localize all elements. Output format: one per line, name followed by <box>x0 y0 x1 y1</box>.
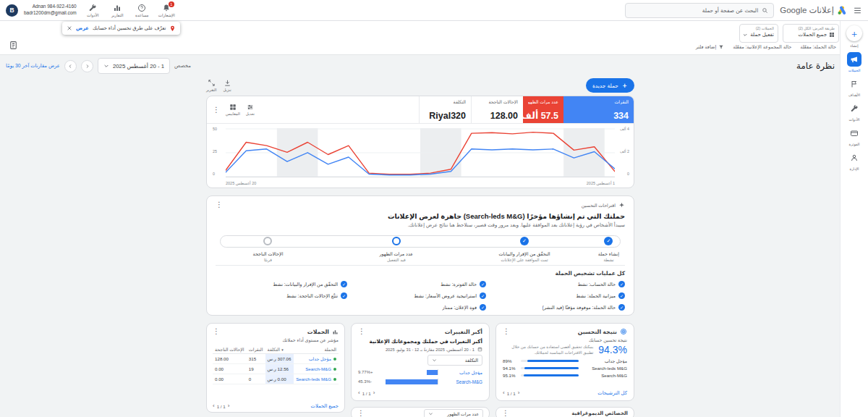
prev-page-button[interactable]: ‹ <box>358 390 360 396</box>
admin-icon <box>847 151 861 165</box>
column-header[interactable]: الإحالات الناجحة <box>213 345 247 354</box>
metric-label: عدد مرات الظهور <box>528 99 558 104</box>
prev-page-button[interactable]: ‹ <box>213 403 215 409</box>
campaign-link[interactable]: Search-leds M&G <box>296 376 331 382</box>
promo-view-link[interactable]: عرض <box>76 25 89 31</box>
topbar-icon-label: الأدوات <box>87 13 98 17</box>
chevron-down-icon <box>103 63 109 69</box>
metric-select[interactable]: عدد مرات الظهور <box>424 409 483 417</box>
metric-select[interactable]: التكلفة <box>427 355 482 366</box>
campaign-link[interactable]: مؤجل جداب <box>442 370 482 375</box>
recommendations-header: اقتراحات التحسين <box>582 203 616 208</box>
check-icon: ✓ <box>341 281 347 287</box>
column-header[interactable]: النقرات <box>247 345 265 354</box>
account-info[interactable]: Adnan 984-922-4160 badr1200dm@gmail.com <box>24 4 77 17</box>
diagnostic-item[interactable]: ✓حالة الحملة: موقوفة مؤقتًا (قيد النشر) <box>493 304 625 311</box>
kebab-menu-icon[interactable]: ⋮ <box>213 328 220 335</box>
metric-box[interactable]: الإحالات الناجحة128.00 <box>471 96 523 123</box>
column-header[interactable]: ▼ التكلفة <box>265 345 294 354</box>
diagnostic-item[interactable]: ✓استراتيجية عروض الأسعار: نشط <box>354 292 486 299</box>
step-circle-icon <box>392 237 401 245</box>
download-button[interactable]: تنزيل <box>223 79 231 92</box>
add-filter-button[interactable]: إضافة فلتر <box>696 44 725 50</box>
notification-badge: 1 <box>169 1 174 7</box>
stepper-track <box>220 235 621 248</box>
promo-tooltip: تعرّف على طرق تحسين أداء حسابك عرض <box>62 22 180 35</box>
all-campaigns-link[interactable]: جميع الحملات <box>311 403 339 409</box>
topbar-tools-button[interactable]: الأدوات <box>82 4 103 17</box>
metric-box[interactable]: عدد مرات الظهور57.5 ألف <box>523 96 563 123</box>
all-recommendations-link[interactable]: كل الترشيحات <box>597 390 627 396</box>
gridview-button[interactable]: المقاييس <box>226 104 240 116</box>
metric-box[interactable]: النقرات334 <box>563 96 634 123</box>
kebab-menu-icon[interactable]: ⋮ <box>357 410 365 417</box>
new-campaign-button[interactable]: ＋ حملة جديدة <box>586 78 634 93</box>
campaign-label[interactable]: مؤجل جداب <box>582 358 627 363</box>
change-row: Search-M&G45.3%- <box>358 379 482 384</box>
column-header[interactable]: الحملة <box>294 345 339 354</box>
score-row: مؤجل جداب89% <box>503 358 627 363</box>
nav-item-billing[interactable]: الفوترة <box>841 126 868 146</box>
saved-reports-icon[interactable] <box>9 41 18 50</box>
kebab-menu-icon[interactable]: ⋮ <box>502 410 509 417</box>
pin-icon <box>169 25 176 32</box>
changes-heading: أكبر التغيرات في حملتك ومجموعاتك الإعلان… <box>358 338 482 345</box>
kebab-menu-icon[interactable]: ⋮ <box>503 328 510 335</box>
diagnostic-item[interactable]: ✓ميزانية الحملة: نشط <box>493 292 625 299</box>
view-selector-label: طريقة العرض: الكل (2) <box>787 26 835 30</box>
campaign-label[interactable]: Search-leds M&G <box>582 366 627 371</box>
diagnostic-item[interactable]: ✓قوة الإعلان: ممتاز <box>354 304 486 311</box>
campaign-label[interactable]: Search-M&G <box>582 373 627 378</box>
top-app-bar: إعلانات Google البحث عن صفحة أو حملة الإ… <box>0 0 868 21</box>
nav-item-label: الأدوات <box>849 117 860 122</box>
campaign-link[interactable]: Search-M&G <box>305 366 331 371</box>
next-page-button[interactable]: › <box>228 403 230 409</box>
diagnostic-item[interactable]: ✓حالة الحساب: نشط <box>493 281 625 287</box>
date-prev-button[interactable] <box>64 60 77 72</box>
filter-chip-adgroup-status[interactable]: حالة المجموعة الإعلانية: مفعّلة <box>733 44 791 50</box>
create-button[interactable]: ＋ <box>846 25 862 41</box>
nav-item-flag[interactable]: الأهداف <box>841 77 868 97</box>
nav-item-megaphone[interactable]: الحملات <box>841 52 868 72</box>
kebab-menu-icon[interactable]: ⋮ <box>358 328 365 335</box>
check-icon: ✓ <box>341 292 347 299</box>
score-bar <box>521 367 579 369</box>
topbar-report-button[interactable]: التقارير <box>107 4 128 17</box>
kebab-menu-icon[interactable]: ⋮ <box>216 201 223 208</box>
sliders-button[interactable]: تعديل <box>246 104 255 116</box>
close-icon[interactable] <box>67 25 72 31</box>
topbar-help-button[interactable]: مساعدة <box>132 4 153 17</box>
diagnostics-title[interactable]: كل عمليات تشخيص الحملة <box>216 270 625 277</box>
date-next-button[interactable] <box>81 60 93 72</box>
next-page-button[interactable]: › <box>373 390 375 396</box>
view-selector[interactable]: طريقة العرض: الكل (2) جميع الحملات <box>783 24 839 43</box>
nav-item-tools[interactable]: الأدوات <box>841 101 868 122</box>
campaign-link[interactable]: Search-M&G <box>442 379 482 384</box>
compare-link[interactable]: عرض مقارنات آخر 30 يومًا <box>6 63 60 69</box>
menu-icon[interactable] <box>853 6 862 15</box>
filter-chip-campaign-status[interactable]: حالة الحملة: مفعّلة <box>800 44 836 50</box>
prev-page-button[interactable]: ‹ <box>503 390 505 396</box>
date-range-picker[interactable]: 1 - 20 أغسطس 2025 <box>98 58 170 74</box>
search-input[interactable]: البحث عن صفحة أو حملة <box>625 3 774 18</box>
account-email: badr1200dm@gmail.com <box>24 10 77 17</box>
diagnostic-item[interactable]: ✓التحقّق من الإقرار والبيانات: نشط <box>216 281 347 287</box>
campaign-selector[interactable]: الحملات (2) تفعيل حملة <box>739 24 778 43</box>
changes-period: 1 - 20 أغسطس، 2025 مقارنةً بـ 12 - 31 يو… <box>386 348 475 352</box>
diagnostic-item[interactable]: ✓حالة الفوترة: نشط <box>354 281 486 287</box>
next-page-button[interactable]: › <box>518 390 520 396</box>
tool-label: التقرير <box>206 88 216 92</box>
metric-box[interactable]: التكلفةRiyal320 <box>419 96 471 123</box>
sliders-icon <box>247 104 254 111</box>
topbar-icon-label: مساعدة <box>135 13 149 17</box>
optimization-description: يمكنك تحقيق أقصى استفادة من حسابك من خلا… <box>503 344 593 356</box>
recommendations-card: اقتراحات التحسين ⋮ حملتك التي تم إنشاؤها… <box>206 195 634 316</box>
campaign-link[interactable]: مؤجل جداب <box>309 356 331 361</box>
kebab-menu-icon[interactable]: ⋮ <box>213 106 220 114</box>
diagnostic-item[interactable]: ✓تتبُّع الإحالات الناجحة: نشط <box>216 292 347 299</box>
topbar-bell-button[interactable]: الإشعارات1 <box>156 4 177 17</box>
expand-button[interactable]: التقرير <box>206 79 216 92</box>
avatar[interactable]: B <box>6 4 18 17</box>
nav-item-admin[interactable]: الإدارة <box>841 151 868 171</box>
diagnostic-text: التحقّق من الإقرار والبيانات: نشط <box>273 282 338 287</box>
